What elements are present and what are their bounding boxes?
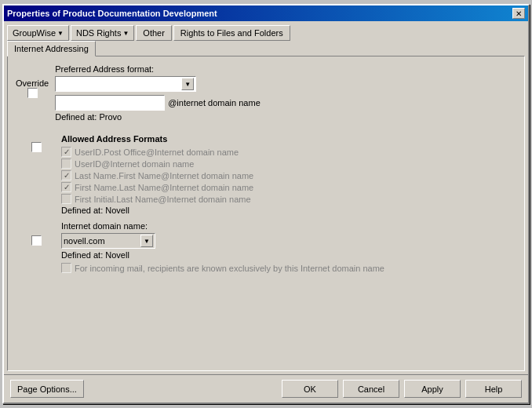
format-text-0: UserID.Post Office@Internet domain name [75, 148, 239, 157]
override-column: Override [16, 64, 49, 98]
format-item-2: ✓ Last Name.First Name@Internet domain n… [61, 170, 516, 180]
domain-name-select[interactable]: novell.com ▼ [61, 233, 155, 249]
domain-override-checkbox[interactable] [31, 235, 42, 246]
ok-button[interactable]: OK [282, 380, 338, 398]
main-window: Properties of Product Documentation Deve… [2, 4, 530, 404]
tab-groupwise[interactable]: GroupWise ▼ [7, 25, 69, 41]
preferred-address-label: Preferred Address format: [55, 64, 516, 74]
help-button[interactable]: Help [465, 380, 522, 398]
tab-other[interactable]: Other [136, 25, 172, 41]
tab-nds-arrow: ▼ [122, 30, 129, 37]
tabs-row2: Internet Addressing [4, 40, 528, 56]
tab-rights-files[interactable]: Rights to Files and Folders [173, 25, 290, 41]
tab-internet-addressing[interactable]: Internet Addressing [7, 41, 96, 56]
window-title: Properties of Product Documentation Deve… [7, 9, 217, 18]
preferred-select-arrow[interactable]: ▼ [181, 78, 194, 90]
domain-input[interactable] [55, 95, 165, 111]
formats-override-checkbox[interactable] [31, 142, 42, 152]
incoming-mail-label: For incoming mail, recipients are known … [75, 264, 384, 273]
preferred-address-content: Preferred Address format: ▼ @internet do… [55, 64, 516, 122]
domain-override-col [16, 221, 55, 246]
domain-select-arrow[interactable]: ▼ [140, 235, 153, 247]
format-text-2: Last Name.First Name@Internet domain nam… [75, 171, 253, 180]
allowed-formats-title: Allowed Address Formats [61, 134, 516, 144]
tab-groupwise-arrow: ▼ [57, 30, 64, 37]
format-checkbox-0[interactable]: ✓ [61, 147, 71, 157]
domain-select-value: novell.com [64, 236, 105, 246]
format-checkbox-4[interactable] [61, 194, 71, 204]
footer-left: Page Options... [10, 380, 277, 398]
defined-at-domain: Defined at: Novell [61, 250, 516, 260]
footer: Page Options... OK Cancel Apply Help [4, 374, 528, 403]
override-checkbox[interactable] [27, 88, 38, 98]
format-checkbox-3[interactable]: ✓ [61, 182, 71, 192]
defined-at-formats: Defined at: Novell [61, 206, 516, 215]
content-area: Override Preferred Address format: ▼ @in… [7, 56, 525, 371]
format-item-4: First Initial.Last Name@Internet domain … [61, 194, 516, 204]
page-options-button[interactable]: Page Options... [10, 380, 84, 398]
close-button[interactable]: ✕ [512, 8, 525, 19]
defined-at-preferred: Defined at: Provo [55, 112, 516, 122]
at-domain-label: @internet domain name [168, 98, 261, 107]
format-checkbox-2[interactable]: ✓ [61, 170, 71, 180]
apply-button[interactable]: Apply [404, 380, 461, 398]
tab-other-label: Other [143, 28, 165, 38]
format-item-3: ✓ First Name.Last Name@Internet domain n… [61, 182, 516, 192]
format-text-1: UserID@Internet domain name [75, 159, 194, 169]
preferred-address-select[interactable]: ▼ [55, 76, 196, 92]
format-checkbox-1[interactable] [61, 158, 71, 169]
internet-domain-label: Internet domain name: [61, 221, 516, 231]
domain-name-section: Internet domain name: novell.com ▼ Defin… [16, 221, 516, 275]
incoming-mail-checkbox[interactable] [61, 263, 71, 273]
formats-override-col [16, 128, 55, 152]
tab-nds-rights[interactable]: NDS Rights ▼ [71, 25, 134, 41]
format-text-3: First Name.Last Name@Internet domain nam… [75, 183, 253, 192]
override-label: Override [16, 78, 49, 88]
tab-groupwise-label: GroupWise [13, 28, 56, 38]
preferred-address-section: Override Preferred Address format: ▼ @in… [16, 64, 516, 122]
tab-rights-files-label: Rights to Files and Folders [180, 28, 283, 38]
domain-input-row: @internet domain name [55, 95, 516, 111]
format-item-0: ✓ UserID.Post Office@Internet domain nam… [61, 147, 516, 157]
format-text-4: First Initial.Last Name@Internet domain … [75, 195, 251, 204]
cancel-button[interactable]: Cancel [343, 380, 399, 398]
title-bar: Properties of Product Documentation Deve… [4, 5, 528, 21]
allowed-formats-section: Allowed Address Formats ✓ UserID.Post Of… [16, 128, 516, 215]
incoming-mail-row: For incoming mail, recipients are known … [61, 263, 516, 273]
tabs-row1: GroupWise ▼ NDS Rights ▼ Other Rights to… [4, 21, 528, 40]
tab-nds-rights-label: NDS Rights [76, 28, 121, 38]
format-item-1: UserID@Internet domain name [61, 158, 516, 169]
formats-content: Allowed Address Formats ✓ UserID.Post Of… [61, 128, 516, 215]
tab-internet-addressing-label: Internet Addressing [14, 44, 89, 53]
domain-name-content: Internet domain name: novell.com ▼ Defin… [61, 221, 516, 275]
